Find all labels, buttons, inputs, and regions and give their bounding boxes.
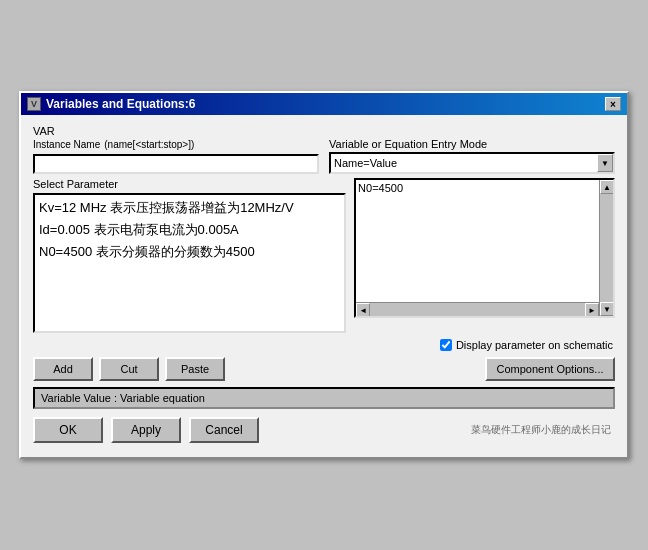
select-param-area: Select Parameter Kv=12 MHz 表示压控振荡器增益为12M…	[33, 178, 346, 333]
chinese-overlay: Kv=12 MHz 表示压控振荡器增益为12MHz/V Id=0.005 表示电…	[35, 195, 344, 331]
ok-button[interactable]: OK	[33, 417, 103, 443]
main-content: Select Parameter Kv=12 MHz 表示压控振荡器增益为12M…	[33, 178, 615, 333]
instance-name-input[interactable]: VAR1	[33, 154, 319, 174]
add-button[interactable]: Add	[33, 357, 93, 381]
checkbox-row: Display parameter on schematic	[33, 339, 615, 351]
cut-button[interactable]: Cut	[99, 357, 159, 381]
top-section: VAR Instance Name (name[<start:stop>]) V…	[33, 125, 615, 174]
bottom-buttons: OK Apply Cancel 菜鸟硬件工程师小鹿的成长日记	[33, 417, 615, 447]
equation-entry-area: N0=4500 ▲ ▼ ◄ ►	[354, 178, 615, 333]
scroll-left-btn[interactable]: ◄	[356, 303, 370, 317]
display-param-checkbox[interactable]	[440, 339, 452, 351]
mode-label: Variable or Equation Entry Mode	[329, 138, 615, 150]
overlay-line3: N0=4500 表示分频器的分频数为4500	[39, 243, 340, 261]
component-options-button[interactable]: Component Options...	[485, 357, 615, 381]
var-section: VAR Instance Name (name[<start:stop>]) V…	[33, 125, 319, 174]
paste-button[interactable]: Paste	[165, 357, 225, 381]
title-bar: V Variables and Equations:6 ×	[21, 93, 627, 115]
dialog-body: VAR Instance Name (name[<start:stop>]) V…	[21, 115, 627, 457]
window-icon: V	[27, 97, 41, 111]
watermark: 菜鸟硬件工程师小鹿的成长日记	[471, 417, 615, 443]
scroll-down-btn[interactable]: ▼	[600, 302, 614, 316]
mode-select[interactable]: Name=Value Equation	[329, 152, 615, 174]
overlay-line2: Id=0.005 表示电荷泵电流为0.005A	[39, 221, 340, 239]
scroll-up-btn[interactable]: ▲	[600, 180, 614, 194]
vertical-scrollbar[interactable]: ▲ ▼	[599, 180, 613, 316]
instance-sublabel: (name[<start:stop>])	[104, 139, 194, 150]
dialog-title: Variables and Equations:6	[46, 97, 195, 111]
equation-text: N0=4500	[358, 182, 597, 194]
status-bar: Variable Value : Variable equation	[33, 387, 615, 409]
scroll-right-btn[interactable]: ►	[585, 303, 599, 317]
status-text: Variable Value : Variable equation	[41, 392, 205, 404]
horizontal-scrollbar[interactable]: ◄ ►	[356, 302, 599, 316]
close-button[interactable]: ×	[605, 97, 621, 111]
param-listbox[interactable]: Kv=12 MHz 表示压控振荡器增益为12MHz/V Id=0.005 表示电…	[33, 193, 346, 333]
title-bar-left: V Variables and Equations:6	[27, 97, 195, 111]
instance-name-label: Instance Name	[33, 139, 100, 150]
scroll-track-h[interactable]	[370, 303, 585, 316]
mode-section: Variable or Equation Entry Mode Name=Val…	[329, 138, 615, 174]
apply-button[interactable]: Apply	[111, 417, 181, 443]
cancel-button[interactable]: Cancel	[189, 417, 259, 443]
scroll-track-v[interactable]	[600, 194, 613, 302]
equation-content: N0=4500	[356, 180, 599, 302]
mode-select-wrapper: Name=Value Equation ▼	[329, 152, 615, 174]
main-dialog: V Variables and Equations:6 × VAR Instan…	[19, 91, 629, 459]
display-param-label: Display parameter on schematic	[456, 339, 613, 351]
var-label: VAR	[33, 125, 319, 137]
action-buttons-row: Add Cut Paste Component Options...	[33, 357, 615, 381]
equation-box[interactable]: N0=4500 ▲ ▼ ◄ ►	[354, 178, 615, 318]
overlay-line1: Kv=12 MHz 表示压控振荡器增益为12MHz/V	[39, 199, 340, 217]
select-param-label: Select Parameter	[33, 178, 346, 190]
